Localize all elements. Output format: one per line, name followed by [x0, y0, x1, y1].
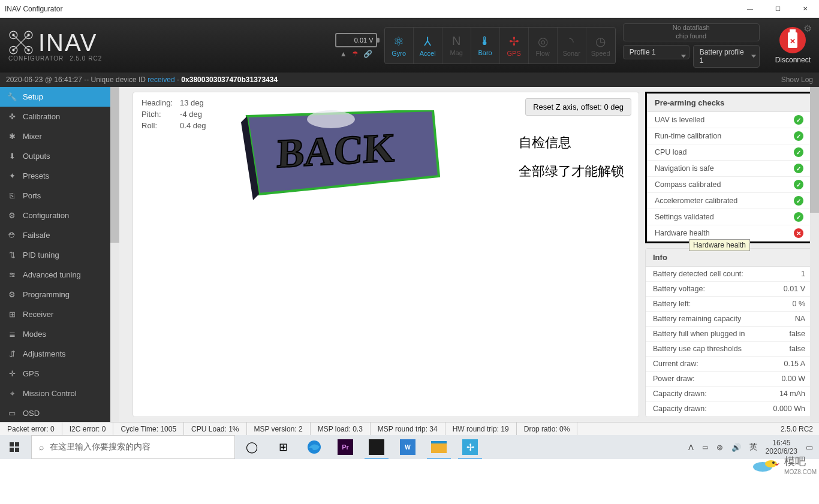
tooltip: Hardware health [689, 239, 750, 251]
sidebar-item-ports[interactable]: ⎘Ports [0, 186, 119, 206]
svg-rect-15 [15, 442, 19, 446]
cortana-icon[interactable]: ◯ [237, 435, 266, 459]
sidebar-item-setup[interactable]: 🔧Setup [0, 87, 119, 107]
info-row: Battery voltage:0.01 V [646, 282, 812, 297]
app-dark[interactable] [362, 435, 391, 459]
tray-wifi-icon[interactable]: ⊚ [716, 443, 723, 452]
info-row: Capacity drawn:14 mAh [646, 387, 812, 402]
settings-gear-icon[interactable]: ⚙ [803, 23, 812, 34]
info-row: Battery left:0 % [646, 297, 812, 312]
logo: INAV CONFIGURATOR 2.5.0 RC2 [8, 29, 102, 62]
tray-chevron-icon[interactable]: ᐱ [688, 443, 694, 452]
sidebar-item-mission-control[interactable]: ⌖Mission Control [0, 384, 119, 403]
edge-app[interactable] [300, 435, 329, 459]
disconnect-label: Disconnect [775, 56, 811, 64]
sidebar-item-advanced-tuning[interactable]: ≋Advanced tuning [0, 265, 119, 285]
3d-model-view[interactable]: BACK [241, 110, 451, 206]
svg-point-9 [28, 49, 30, 52]
sensor-sonar[interactable]: ◝Sonar [558, 28, 586, 64]
info-row: Capacity drawn:0.000 Wh [646, 402, 812, 416]
svg-rect-14 [10, 442, 14, 446]
window-title: INAV Configurator [0, 5, 68, 13]
brand-name: INAV [38, 29, 97, 56]
status-cell: Packet error: 0 [0, 422, 62, 435]
svg-point-20 [765, 460, 777, 467]
content-scrollbar[interactable] [810, 87, 819, 422]
taskbar-search[interactable]: ⌕ 在这里输入你要搜索的内容 [31, 435, 235, 459]
info-row: Battery use cap thresholdsfalse [646, 342, 812, 357]
sensor-gyro[interactable]: ⚛Gyro [385, 28, 414, 64]
sensor-speed[interactable]: ◷Speed [586, 28, 615, 64]
close-button[interactable]: ✕ [791, 0, 819, 18]
sidebar-item-programming[interactable]: ⚙Programming [0, 285, 119, 304]
disconnect-button[interactable]: ✕ [779, 27, 806, 53]
battery-profile-select[interactable]: Battery profile 1 [693, 45, 760, 68]
log-line: 2020-06-23 @ 16:41:27 -- Unique device I… [6, 76, 278, 84]
status-cell: Cycle Time: 1005 [113, 422, 184, 435]
sidebar-item-presets[interactable]: ✦Presets [0, 166, 119, 186]
svg-text:BACK: BACK [276, 125, 396, 176]
sidebar-item-pid-tuning[interactable]: ⇅PID tuning [0, 245, 119, 265]
sensor-baro[interactable]: 🌡Baro [471, 28, 500, 64]
sidebar-scrollbar[interactable] [110, 87, 119, 422]
wps-app[interactable]: W [393, 435, 422, 459]
minimize-button[interactable]: — [736, 0, 764, 18]
tray-battery-icon[interactable]: ▭ [702, 443, 708, 451]
sidebar-item-configuration[interactable]: ⚙Configuration [0, 206, 119, 225]
sidebar: 🔧Setup✜Calibration✱Mixer⬇Outputs✦Presets… [0, 87, 119, 422]
svg-rect-16 [10, 448, 14, 452]
tray-volume-icon[interactable]: 🔊 [731, 443, 741, 452]
tray-clock[interactable]: 16:45 2020/6/23 [766, 439, 797, 456]
info-row: Current draw:0.15 A [646, 357, 812, 372]
sensor-accel[interactable]: ⅄Accel [414, 28, 442, 64]
info-row: Battery remaining capacityNA [646, 312, 812, 327]
sidebar-item-modes[interactable]: ≣Modes [0, 324, 119, 344]
info-row: Battery full when plugged infalse [646, 327, 812, 342]
svg-rect-17 [15, 448, 19, 452]
maximize-button[interactable]: ☐ [764, 0, 791, 18]
inav-app[interactable]: ✢ [456, 435, 484, 459]
prearm-compass-calibrated: Compass calibrated✓ [648, 177, 811, 193]
explorer-app[interactable] [424, 435, 453, 459]
tray-ime[interactable]: 英 [749, 442, 757, 452]
sidebar-item-calibration[interactable]: ✜Calibration [0, 107, 119, 126]
svg-point-21 [772, 461, 775, 464]
prearm-accelerometer-calibrated: Accelerometer calibrated✓ [648, 193, 811, 209]
sensor-bar: ⚛Gyro⅄AccelNMag🌡Baro✢GPS◎Flow◝Sonar◷Spee… [384, 27, 616, 64]
status-cell: CPU Load: 1% [184, 422, 246, 435]
parachute-icon: ☂ [352, 50, 359, 58]
premiere-app[interactable]: Pr [331, 435, 360, 459]
prearming-checks-card: Pre-arming checks UAV is levelled✓Run-ti… [647, 93, 811, 242]
sidebar-item-gps[interactable]: ✛GPS [0, 364, 119, 384]
sensor-mag[interactable]: NMag [442, 28, 471, 64]
sidebar-item-osd[interactable]: ▭OSD [0, 403, 119, 423]
dataflash-status: No dataflash chip found [623, 23, 760, 41]
status-version: 2.5.0 RC2 [775, 425, 819, 433]
prearm-uav-is-levelled: UAV is levelled✓ [648, 112, 811, 128]
sidebar-item-mixer[interactable]: ✱Mixer [0, 126, 119, 146]
sidebar-item-outputs[interactable]: ⬇Outputs [0, 146, 119, 166]
sidebar-item-adjustments[interactable]: ⇵Adjustments [0, 344, 119, 364]
sensor-gps[interactable]: ✢GPS [500, 28, 529, 64]
sensor-flow[interactable]: ◎Flow [529, 28, 558, 64]
prearm-navigation-is-safe: Navigation is safe✓ [648, 161, 811, 177]
brand-sub2: 2.5.0 RC2 [70, 55, 102, 62]
svg-point-6 [12, 34, 14, 36]
warning-icon: ▲ [340, 50, 347, 58]
prearm-run-time-calibration: Run-time calibration✓ [648, 128, 811, 144]
sidebar-item-failsafe[interactable]: ⛑Failsafe [0, 225, 119, 245]
reset-z-axis-button[interactable]: Reset Z axis, offset: 0 deg [525, 98, 631, 116]
profile-select[interactable]: Profile 1 [623, 45, 689, 59]
battery-indicator: 0.01 V [335, 33, 377, 47]
prearm-cpu-load: CPU load✓ [648, 144, 811, 161]
annotation-text: 自检信息 全部绿了才能解锁 [519, 128, 624, 186]
drone-icon [8, 30, 34, 55]
task-view-icon[interactable]: ⊞ [269, 435, 297, 459]
start-button[interactable] [0, 435, 29, 459]
status-cell: MSP load: 0.3 [311, 422, 371, 435]
show-log-button[interactable]: Show Log [781, 76, 813, 84]
tray-notifications-icon[interactable]: ▭ [806, 443, 813, 452]
sidebar-item-receiver[interactable]: ⊞Receiver [0, 304, 119, 324]
info-card: Info Battery detected cell count:1Batter… [645, 248, 813, 417]
svg-point-8 [12, 49, 14, 52]
